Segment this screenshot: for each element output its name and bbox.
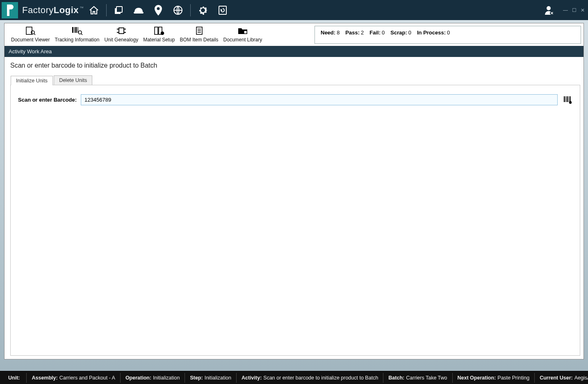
svg-rect-12	[75, 27, 77, 33]
barcode-label: Scan or enter Barcode:	[18, 97, 77, 103]
document-viewer-icon	[25, 26, 36, 36]
svg-point-14	[78, 31, 82, 34]
svg-rect-2	[134, 12, 144, 14]
tab-initialize-units[interactable]: Initialize Units	[11, 76, 53, 85]
material-setup-icon	[154, 26, 164, 36]
tool-label: Unit Genealogy	[104, 37, 138, 43]
maximize-button[interactable]: ☐	[572, 7, 577, 13]
status-bar: Unit: Assembly:Carriers and Packout - A …	[0, 371, 588, 384]
app-surface: Document Viewer Tracking Information Uni…	[4, 23, 584, 359]
tool-label: Tracking Information	[55, 37, 100, 43]
svg-rect-24	[568, 96, 569, 102]
globe-icon[interactable]	[171, 3, 185, 18]
minimize-button[interactable]: —	[563, 7, 568, 13]
home-icon[interactable]	[87, 3, 101, 18]
brand-text: FactoryLogix™	[22, 5, 84, 16]
status-activity: Activity:Scan or enter barcode to initia…	[237, 373, 383, 383]
svg-point-9	[31, 31, 34, 34]
tracking-information-icon	[71, 26, 83, 36]
barcode-scan-icon[interactable]	[563, 96, 572, 104]
svg-rect-5	[219, 6, 226, 14]
document-library-icon	[237, 26, 248, 36]
unit-genealogy-icon	[116, 26, 127, 36]
material-setup-button[interactable]: Material Setup	[141, 26, 177, 43]
status-next-operation: Next Operation:Paste Printing	[453, 373, 535, 383]
tool-label: BOM Item Details	[180, 37, 219, 43]
tool-label: Material Setup	[143, 37, 175, 43]
svg-point-6	[547, 6, 551, 10]
svg-rect-1	[116, 7, 122, 12]
svg-rect-15	[119, 28, 124, 34]
svg-rect-22	[565, 96, 566, 102]
status-batch: Batch:Carriers Take Two	[383, 373, 452, 383]
tool-label: Document Library	[223, 37, 262, 43]
svg-point-26	[569, 101, 572, 103]
app-logo-icon	[2, 2, 18, 18]
bom-item-details-icon	[195, 26, 203, 36]
svg-point-18	[161, 32, 164, 35]
section-header: Activity Work Area	[5, 46, 583, 57]
tracking-information-button[interactable]: Tracking Information	[52, 26, 102, 43]
svg-rect-16	[155, 27, 158, 34]
batch-status-box: Need:8 Pass:2 Fail:0 Scrap:0 In Process:…	[315, 26, 581, 44]
svg-rect-10	[72, 27, 73, 33]
gear-icon[interactable]	[196, 3, 210, 18]
separator	[190, 4, 191, 16]
svg-rect-11	[74, 27, 75, 33]
status-operation: Operation:Initialization	[121, 373, 185, 383]
close-button[interactable]: ✕	[581, 7, 585, 13]
status-unit: Unit:	[3, 373, 27, 383]
toolbar: Document Viewer Tracking Information Uni…	[5, 23, 583, 46]
svg-rect-23	[567, 96, 568, 102]
svg-point-3	[157, 7, 160, 10]
hardhat-icon[interactable]	[131, 3, 146, 18]
location-pin-icon[interactable]	[151, 3, 166, 18]
refresh-page-icon[interactable]	[215, 3, 230, 18]
user-account-icon[interactable]	[542, 3, 556, 18]
status-assembly: Assembly:Carriers and Packout - A	[27, 373, 120, 383]
title-bar: FactoryLogix™ — ☐ ✕	[0, 0, 588, 20]
tab-container: Initialize Units Delete Units Scan or en…	[10, 85, 580, 356]
status-step: Step:Initialization	[185, 373, 237, 383]
windows-icon[interactable]	[112, 3, 126, 18]
bom-item-details-button[interactable]: BOM Item Details	[178, 26, 221, 43]
unit-genealogy-button[interactable]: Unit Genealogy	[102, 26, 141, 43]
tool-label: Document Viewer	[11, 37, 50, 43]
tab-delete-units[interactable]: Delete Units	[54, 75, 92, 85]
barcode-input[interactable]	[81, 94, 558, 105]
document-library-button[interactable]: Document Library	[221, 26, 265, 43]
svg-rect-20	[244, 31, 247, 34]
separator	[106, 4, 107, 16]
status-current-user: Current User:AegisAdmin	[535, 373, 588, 383]
document-viewer-button[interactable]: Document Viewer	[9, 26, 52, 43]
svg-rect-21	[564, 96, 565, 102]
instruction-text: Scan or enter barcode to initialize prod…	[5, 57, 583, 75]
svg-rect-13	[77, 27, 78, 33]
